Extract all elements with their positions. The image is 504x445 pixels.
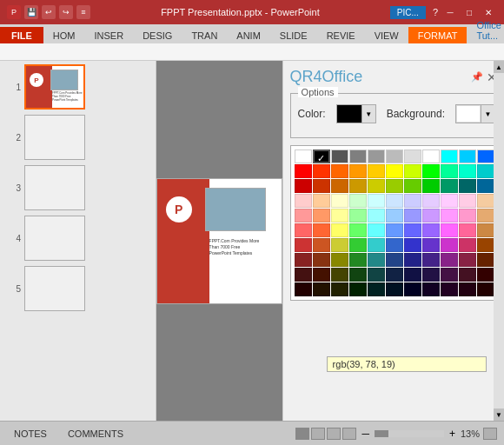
qr-pin-button[interactable]: 📌 <box>471 70 483 84</box>
tab-transitions[interactable]: TRAN <box>182 27 227 43</box>
color-cell[interactable] <box>422 179 440 193</box>
color-cell[interactable] <box>441 253 458 267</box>
color-cell[interactable] <box>441 238 458 252</box>
color-cell[interactable] <box>295 223 312 237</box>
redo-icon[interactable]: ↪ <box>59 5 73 19</box>
color-cell[interactable] <box>349 253 367 267</box>
slideshow-icon[interactable] <box>342 428 356 440</box>
color-cell[interactable] <box>441 209 458 222</box>
color-cell[interactable] <box>404 179 421 193</box>
color-cell[interactable] <box>368 149 385 163</box>
color-cell[interactable] <box>386 149 403 163</box>
color-cell[interactable] <box>386 282 403 296</box>
tab-animations[interactable]: ANIM <box>227 27 270 43</box>
color-cell[interactable] <box>386 194 403 208</box>
color-cell[interactable] <box>459 149 476 163</box>
color-cell[interactable] <box>477 223 494 237</box>
reading-view-icon[interactable] <box>327 428 341 440</box>
tab-file[interactable]: FILE <box>0 27 43 43</box>
slide-thumb-3[interactable] <box>24 165 85 210</box>
color-cell[interactable] <box>295 194 312 208</box>
color-cell[interactable] <box>459 282 476 296</box>
color-cell[interactable] <box>441 149 458 163</box>
color-cell[interactable] <box>386 268 403 282</box>
color-cell[interactable] <box>349 149 367 163</box>
color-cell[interactable] <box>404 238 421 252</box>
scroll-down-btn[interactable]: ▼ <box>494 408 504 421</box>
tab-office-tut[interactable]: Office Tut... <box>467 17 504 43</box>
color-cell[interactable] <box>331 179 348 193</box>
slide-sorter-icon[interactable] <box>311 428 325 440</box>
slide-thumb-5[interactable] <box>24 266 85 311</box>
tab-design[interactable]: DESIG <box>133 27 182 43</box>
color-cell[interactable] <box>313 282 330 296</box>
color-cell[interactable] <box>477 149 494 163</box>
color-cell[interactable] <box>422 253 440 267</box>
color-cell[interactable] <box>295 149 312 163</box>
color-cell[interactable] <box>368 268 385 282</box>
color-cell[interactable] <box>313 164 330 178</box>
color-cell[interactable] <box>441 179 458 193</box>
color-cell[interactable] <box>313 238 330 252</box>
color-cell[interactable] <box>404 149 421 163</box>
color-cell[interactable] <box>441 223 458 237</box>
tab-view[interactable]: VIEW <box>365 27 408 43</box>
minimize-button[interactable]: ─ <box>441 5 459 19</box>
color-cell[interactable] <box>313 179 330 193</box>
color-cell[interactable] <box>349 238 367 252</box>
color-cell[interactable] <box>313 223 330 237</box>
color-cell[interactable] <box>422 164 440 178</box>
help-button[interactable]: ? <box>429 5 441 19</box>
color-cell[interactable] <box>404 268 421 282</box>
color-cell[interactable] <box>441 282 458 296</box>
color-cell[interactable] <box>477 253 494 267</box>
color-cell[interactable] <box>295 268 312 282</box>
tab-insert[interactable]: INSER <box>85 27 134 43</box>
color-cell[interactable] <box>386 238 403 252</box>
fit-page-icon[interactable] <box>483 428 497 440</box>
color-cell[interactable] <box>404 209 421 222</box>
color-cell[interactable] <box>349 282 367 296</box>
color-cell[interactable] <box>368 253 385 267</box>
color-cell[interactable] <box>386 253 403 267</box>
slide-thumb-1[interactable]: P FPPT.Com Provides MoreThan 7000 FreePo… <box>24 64 85 110</box>
color-cell[interactable] <box>313 268 330 282</box>
color-cell[interactable] <box>331 282 348 296</box>
color-cell[interactable] <box>441 164 458 178</box>
color-cell[interactable] <box>313 209 330 222</box>
background-picker[interactable]: ▼ <box>455 104 495 123</box>
color-cell[interactable] <box>459 179 476 193</box>
customize-icon[interactable]: ≡ <box>76 5 90 19</box>
color-cell[interactable] <box>386 164 403 178</box>
color-cell[interactable] <box>331 194 348 208</box>
color-cell[interactable] <box>441 268 458 282</box>
color-cell[interactable] <box>349 223 367 237</box>
color-cell[interactable] <box>331 268 348 282</box>
color-cell[interactable] <box>422 282 440 296</box>
color-cell[interactable] <box>386 179 403 193</box>
color-cell[interactable] <box>477 209 494 222</box>
save-icon[interactable]: 💾 <box>24 5 38 19</box>
color-cell[interactable] <box>295 209 312 222</box>
color-cell[interactable] <box>368 209 385 222</box>
color-cell[interactable] <box>459 268 476 282</box>
tab-format[interactable]: FORMAT <box>408 27 468 43</box>
color-cell[interactable] <box>441 194 458 208</box>
normal-view-icon[interactable] <box>295 428 309 440</box>
zoom-minus[interactable]: ─ <box>360 428 371 440</box>
background-dropdown-arrow[interactable]: ▼ <box>481 105 494 123</box>
color-cell[interactable] <box>368 194 385 208</box>
color-cell[interactable] <box>477 268 494 282</box>
color-cell[interactable] <box>331 164 348 178</box>
tab-slideshow[interactable]: SLIDE <box>270 27 317 43</box>
zoom-slider[interactable] <box>375 430 444 437</box>
color-cell[interactable]: ✓ <box>313 149 330 163</box>
color-cell[interactable] <box>404 253 421 267</box>
tab-review[interactable]: REVIE <box>317 27 365 43</box>
color-cell[interactable] <box>422 194 440 208</box>
color-cell[interactable] <box>331 253 348 267</box>
color-cell[interactable] <box>349 194 367 208</box>
color-cell[interactable] <box>459 164 476 178</box>
color-cell[interactable] <box>422 149 440 163</box>
color-cell[interactable] <box>422 238 440 252</box>
